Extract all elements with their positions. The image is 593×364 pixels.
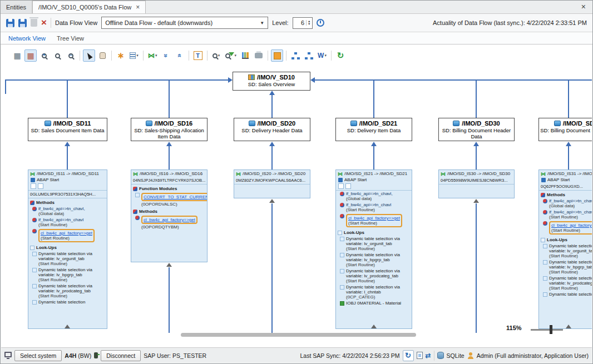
transformation-sd-is21[interactable]: ⋈/IMO/SD_IS21 -> /IMO/D_SD21 ABAP Start … [335, 169, 412, 329]
method-item[interactable]: cl_bw4c_api_factory=>get(0OPORDQTYBM) [131, 215, 207, 230]
pan-hand-icon[interactable] [96, 49, 108, 62]
grid-icon[interactable]: ▦ [11, 49, 23, 62]
auto-layout-icon[interactable]: ∗ [115, 49, 127, 62]
more-content-icon[interactable] [166, 263, 172, 267]
method-item[interactable]: if_bw4c_api=>tn_chavl,(Global data) [336, 191, 412, 202]
lookup-item[interactable]: Dynamic table selection [539, 291, 592, 297]
function-module-item[interactable]: CONVERT_TO_STAT_CURRENCY(0OPORDVALSC) [131, 192, 207, 207]
transformation-sd-is30[interactable]: ⋈/IMO/SD_IS30 -> /IMO/D_SD30 04PD55998W9… [438, 169, 515, 198]
item-link[interactable]: cl_bw4c_api_factory=>get [144, 217, 195, 222]
sync-document-icon[interactable] [417, 352, 423, 359]
transfer-icon[interactable]: ⇄ [426, 352, 431, 360]
more-content-icon[interactable] [65, 325, 70, 328]
text-tool-icon[interactable]: T [192, 49, 204, 62]
clock-icon[interactable] [317, 19, 324, 27]
item-link[interactable]: cl_bw4c_api_factory=>get [41, 231, 92, 236]
transformation-sd-is20[interactable]: ⋈/IMO/SD_IS20 -> /IMO/D_SD20 0MZ80ZYJMOF… [234, 169, 310, 198]
lookup-item[interactable]: Dynamic table selection via variable: lv… [28, 267, 107, 283]
transformation-sd-is31[interactable]: ⋈/IMO/SD_IS31 -> /IMO/D_SD31 ABAP Start … [538, 169, 592, 329]
sync-refresh-icon[interactable]: ↻ [403, 350, 414, 361]
print-icon[interactable] [253, 49, 265, 62]
node-d-sd21[interactable]: /IMO/D_SD21 SD: Delivery Item Data [335, 118, 412, 141]
select-system-button[interactable]: Select system [14, 350, 62, 361]
method-item[interactable]: if_bw4c_api=>tn_chavl,(Global data) [28, 206, 107, 217]
search-filter-icon[interactable]: ▾ [224, 49, 239, 62]
search-icon[interactable]: ▾ [210, 49, 223, 62]
transformation-sd-is11[interactable]: ⋈/IMO/SD_IS11 -> /IMO/D_SD11 ABAP Start … [28, 169, 107, 329]
lookup-item[interactable]: Dynamic table selection via variable: lv… [336, 268, 412, 284]
lookup-item[interactable]: Dynamic table selection via variable: lv… [28, 251, 107, 267]
save-icon[interactable] [6, 19, 14, 27]
horizontal-scrollbar[interactable] [181, 333, 416, 337]
method-item[interactable]: cl_bw4c_api_factory=>get(Start Routine) [539, 220, 592, 236]
method-item[interactable]: if_bw4c_api=>tn_chavl(Start Routine) [539, 209, 592, 220]
discard-icon[interactable]: × [41, 19, 47, 27]
tab-entities[interactable]: Entities [1, 1, 32, 13]
tab-close-icon[interactable]: × [136, 3, 140, 11]
zoom-reset-icon[interactable] [51, 49, 63, 62]
lookup-item[interactable]: Dynamic table selection via variable: lv… [28, 283, 107, 299]
hierarchy-small-icon[interactable] [289, 49, 302, 62]
method-item[interactable]: cl_bw4c_api_factory=>get(Start Routine) [336, 213, 412, 228]
method-item[interactable]: if_bw4c_api=>tn_chavl(Start Routine) [336, 202, 412, 213]
toolbar-separator [207, 51, 207, 61]
lookup-item[interactable]: Dynamic table selection [28, 299, 107, 305]
more-content-icon[interactable] [371, 325, 377, 328]
level-stepper[interactable]: 6 ▲▼ [293, 17, 313, 29]
zoom-slider-thumb[interactable] [550, 325, 552, 334]
transformation-filter-icon[interactable]: ⋈▾ [146, 49, 159, 62]
item-link[interactable]: CONVERT_TO_STAT_CURRENCY [144, 195, 207, 200]
note-mini-icon[interactable] [345, 183, 351, 189]
more-content-icon[interactable] [473, 199, 479, 203]
datastore-icon [249, 121, 255, 126]
zoom-slider-track[interactable] [531, 329, 563, 331]
lookup-item[interactable]: Dynamic table selection via variable: lv… [336, 252, 412, 268]
note-mini-icon[interactable] [38, 183, 43, 189]
lookup-item[interactable]: Dynamic table selection via variable: lv… [539, 259, 592, 275]
magnifier-mini-icon[interactable] [31, 183, 36, 189]
hierarchy-large-icon[interactable] [303, 49, 315, 62]
data-flow-view-select[interactable]: Offline Data Flow - default (downwards) … [101, 17, 268, 29]
snap-grid-icon[interactable]: ▦ [24, 49, 37, 62]
method-item[interactable]: cl_bw4c_api_factory=>get(Start Routine) [28, 228, 107, 243]
infoobject-item[interactable]: IOBJ 0MATERIAL - Material [336, 300, 412, 306]
node-d-sd30[interactable]: /IMO/D_SD30 SD: Billing Document Header … [438, 118, 515, 141]
node-d-sd20[interactable]: /IMO/D_SD20 SD: Delivery Header Data [234, 118, 310, 141]
item-link[interactable]: cl_bw4c_api_factory=>get [348, 216, 400, 221]
attribute-list-icon[interactable]: ▾ [128, 49, 140, 62]
stepper-arrows-icon[interactable]: ▲▼ [306, 20, 312, 26]
lookup-item[interactable]: Dynamic table selection via variable: lv… [539, 275, 592, 291]
disconnect-button[interactable]: Disconnect [101, 350, 141, 361]
lookup-item[interactable]: Dynamic table selection via variable: l_… [336, 284, 412, 300]
refresh-icon[interactable]: ↻ [334, 49, 347, 62]
magnifier-mini-icon[interactable] [338, 183, 344, 189]
highlight-color-icon[interactable] [271, 49, 283, 62]
zoom-in-icon[interactable]: + [38, 49, 50, 62]
method-item[interactable]: if_bw4c_api=>tn_chavl,(Global data) [539, 198, 592, 209]
more-content-icon[interactable] [269, 199, 275, 203]
item-sub: (0OPORDVALSC) [141, 202, 207, 207]
lookup-item[interactable]: Dynamic table selection via variable: lv… [336, 236, 412, 252]
tab-network-view[interactable]: Network View [8, 35, 46, 42]
method-item[interactable]: if_bw4c_api=>tn_chavl(Start Routine) [28, 217, 107, 228]
method-icon [32, 207, 37, 211]
export-chart-icon[interactable] [239, 49, 251, 62]
lookup-item[interactable]: Dynamic table selection via variable: lv… [539, 243, 592, 259]
save-all-icon[interactable] [18, 19, 27, 27]
node-v-sd10[interactable]: /IMO/V_SD10 SD: Sales Overview [233, 72, 310, 91]
expand-all-icon[interactable]: » [160, 49, 172, 62]
collapse-all-icon[interactable]: » [174, 49, 186, 62]
window-close-icon[interactable]: × [581, 1, 592, 13]
word-export-icon[interactable]: W▾ [316, 49, 328, 62]
more-content-icon[interactable] [566, 325, 571, 328]
transformation-sd-is16[interactable]: ⋈/IMO/SD_IS16 -> /IMO/D_SD16 04NSJPJ4JX6… [131, 169, 207, 262]
node-d-sd31[interactable]: /IMO/D_SD31 SD: Billing Document Item Da… [538, 118, 592, 141]
tab-data-flow[interactable]: /IMO/V_SD10_Q0005's Data Flow × [32, 1, 146, 13]
select-cursor-icon[interactable] [83, 49, 95, 62]
zoom-out-icon[interactable]: − [65, 49, 77, 62]
item-link[interactable]: cl_bw4c_api_factory=>get [551, 223, 592, 228]
diagram-canvas[interactable]: ▦ ▦ + − ∗ ▾ ⋈▾ » » T ▾ ▾ [1, 45, 592, 348]
node-d-sd16[interactable]: /IMO/D_SD16 SD: Sales-Shipping Allocatio… [131, 118, 207, 141]
tab-tree-view[interactable]: Tree View [57, 35, 84, 42]
node-d-sd11[interactable]: /IMO/D_SD11 SD: Sales Document Item Data [28, 118, 107, 141]
